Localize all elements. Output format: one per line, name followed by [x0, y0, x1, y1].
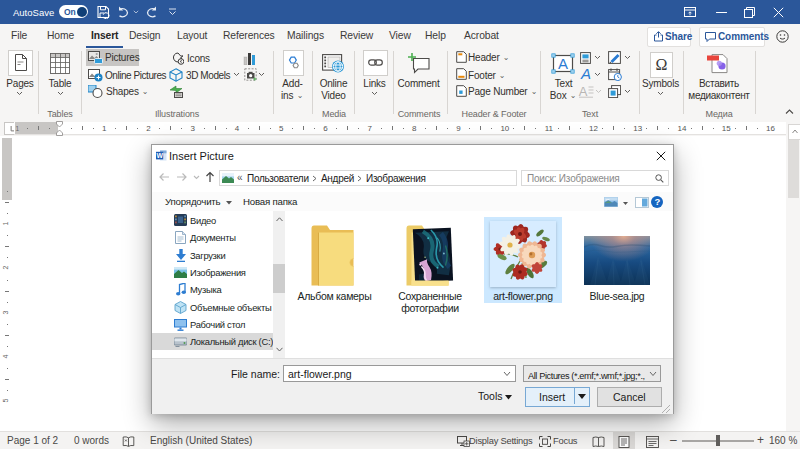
svg-text:Ω: Ω	[656, 56, 668, 73]
svg-text:A: A	[558, 55, 568, 72]
svg-text:A: A	[579, 84, 588, 98]
svg-text:W: W	[156, 152, 163, 159]
svg-text:A: A	[580, 66, 591, 82]
